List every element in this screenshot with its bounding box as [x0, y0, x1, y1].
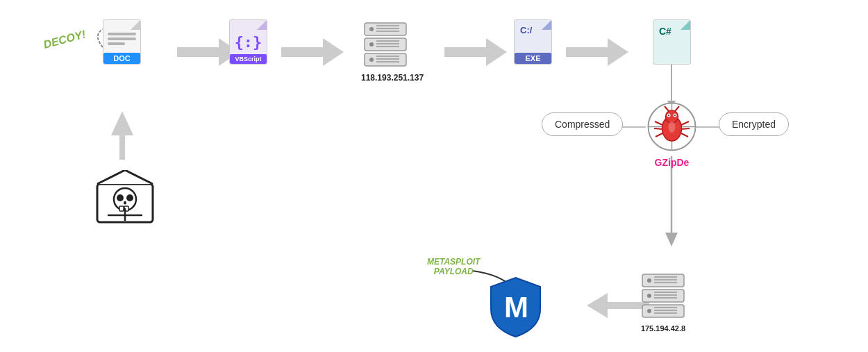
encrypted-box: Encrypted — [719, 112, 789, 136]
mail-icon — [94, 170, 156, 228]
csharp-icon: C# — [653, 19, 691, 65]
server2-ip: 175.194.42.8 — [639, 324, 687, 333]
metasploit-shield-icon: M — [486, 274, 545, 343]
svg-marker-2 — [444, 38, 507, 66]
metasploit-payload-label: METASPLOIT PAYLOAD — [427, 257, 480, 277]
svg-point-45 — [668, 115, 669, 116]
svg-marker-3 — [566, 38, 628, 66]
svg-marker-11 — [665, 233, 678, 246]
svg-marker-4 — [111, 111, 133, 160]
svg-point-25 — [369, 58, 374, 62]
vbs-badge: VBScript — [230, 54, 267, 64]
server2-icon: 175.194.42.8 — [639, 271, 687, 334]
gzipde-bug-icon: GZipDe — [646, 101, 698, 168]
svg-point-32 — [126, 194, 133, 201]
svg-rect-34 — [119, 206, 124, 211]
svg-point-62 — [647, 294, 651, 298]
svg-text:M: M — [504, 291, 527, 324]
svg-point-46 — [674, 115, 676, 116]
server1-ip: 118.193.251.137 — [361, 73, 410, 83]
compressed-box: Compressed — [542, 112, 623, 136]
doc-icon: DOC — [103, 19, 141, 65]
gzipde-label: GZipDe — [646, 157, 698, 168]
svg-marker-1 — [281, 38, 344, 66]
svg-point-57 — [647, 278, 651, 283]
svg-point-67 — [647, 309, 651, 313]
svg-line-50 — [654, 128, 662, 129]
svg-point-20 — [369, 42, 374, 47]
svg-point-33 — [124, 201, 126, 205]
server1-icon: 118.193.251.137 — [361, 19, 410, 84]
exe-badge: EXE — [515, 53, 551, 64]
svg-point-42 — [666, 110, 678, 123]
svg-line-53 — [681, 128, 690, 129]
svg-point-15 — [369, 27, 374, 31]
svg-point-31 — [117, 194, 124, 201]
doc-badge: DOC — [103, 53, 140, 64]
decoy-label: DECOY! — [43, 33, 86, 46]
vbscript-icon: {:} VBScript — [229, 19, 267, 65]
exe-icon: C:/ EXE — [514, 19, 552, 65]
svg-point-55 — [669, 121, 676, 133]
